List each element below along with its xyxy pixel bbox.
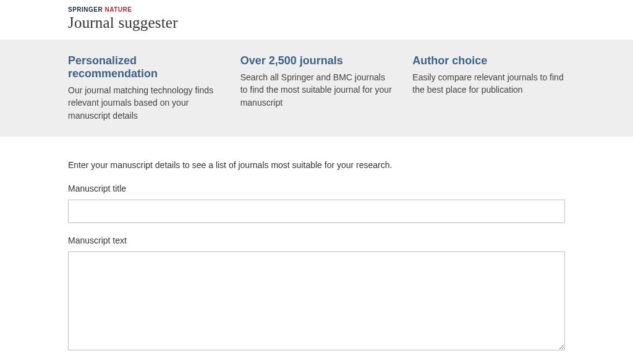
feature-title: Author choice	[412, 54, 565, 67]
brand-nature-text: NATURE	[103, 6, 132, 13]
brand-logo: SPRINGER NATURE	[68, 6, 565, 13]
feature-title: Personalized recommendation	[68, 54, 221, 80]
feature-text: Search all Springer and BMC journals to …	[240, 71, 393, 109]
features-band: Personalized recommendation Our journal …	[0, 40, 633, 137]
feature-personalized: Personalized recommendation Our journal …	[68, 54, 221, 122]
manuscript-text-label: Manuscript text	[68, 235, 565, 245]
page-title: Journal suggester	[68, 14, 565, 32]
feature-text: Our journal matching technology finds re…	[68, 84, 221, 122]
manuscript-title-input[interactable]	[68, 200, 565, 223]
feature-author-choice: Author choice Easily compare relevant jo…	[412, 54, 565, 122]
manuscript-text-input[interactable]	[68, 252, 565, 350]
manuscript-title-label: Manuscript title	[68, 184, 565, 193]
form-intro-text: Enter your manuscript details to see a l…	[68, 160, 565, 170]
feature-text: Easily compare relevant journals to find…	[412, 71, 565, 96]
feature-title: Over 2,500 journals	[240, 54, 393, 67]
brand-springer-text: SPRINGER	[68, 6, 103, 13]
feature-journals-count: Over 2,500 journals Search all Springer …	[240, 54, 393, 122]
